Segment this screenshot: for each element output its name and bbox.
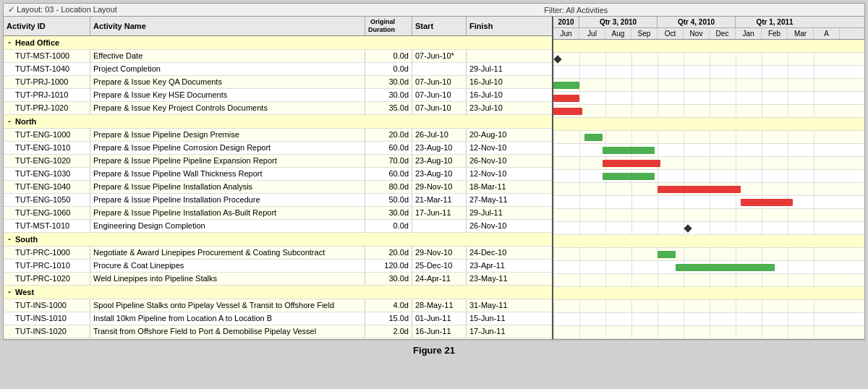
collapse-icon[interactable]: - (8, 234, 11, 244)
activity-dur: 4.0d (365, 299, 412, 312)
activity-finish: 27-May-11 (467, 194, 521, 206)
gantt-bar (658, 251, 676, 258)
activity-start: 28-May-11 (412, 299, 467, 312)
activity-start: 21-Mar-11 (412, 194, 467, 206)
activity-finish: 12-Nov-10 (467, 168, 521, 180)
activity-id: TUT-ENG-1030 (4, 168, 90, 180)
activity-dur: 50.0d (365, 194, 412, 206)
gantt-group-row (553, 287, 864, 300)
gantt-bar (553, 82, 579, 89)
col-header-name: Activity Name (90, 17, 365, 35)
activity-dur: 15.0d (365, 312, 412, 325)
gantt-month-jun: Jun (553, 28, 579, 39)
gantt-header: 2010 Qtr 3, 2010 Qtr 4, 2010 Qtr 1, 2011… (553, 17, 864, 40)
collapse-icon[interactable]: - (8, 116, 11, 127)
gantt-data-row (553, 183, 864, 196)
filter-label: Filter: All Activities (292, 6, 860, 14)
activity-dur: 60.0d (365, 168, 412, 180)
gantt-data-row (553, 79, 864, 92)
gantt-data-row (553, 300, 864, 313)
gantt-month-aug: Aug (605, 28, 631, 39)
activity-finish: 17-Jun-11 (467, 325, 521, 338)
activity-name: Prepare & Issue Pipeline Pipeline Expans… (90, 155, 365, 167)
top-bar: ✓ Layout: 03 - Location Layout Filter: A… (3, 3, 865, 17)
table-row: TUT-INS-1010 Install 10km Pipeline from … (4, 312, 552, 325)
gantt-data-row (553, 105, 864, 118)
table-row: TUT-MST-1040 Project Completion 0.0d 29-… (4, 63, 552, 76)
activity-name: Spool Pipeline Stalks onto Pipelay Vesse… (90, 299, 365, 312)
activity-id: TUT-INS-1010 (4, 312, 90, 325)
activity-start: 07-Jun-10* (412, 50, 467, 62)
gantt-data-row (553, 196, 864, 209)
group-row-south: - South (4, 233, 552, 247)
activity-name: Prepare & Issue Pipeline Wall Thickness … (90, 168, 365, 180)
gantt-bar (741, 199, 793, 206)
activity-start: 07-Jun-10 (412, 89, 467, 101)
gantt-month-mar: Mar (788, 28, 814, 39)
activity-id: TUT-ENG-1000 (4, 129, 90, 141)
milestone-diamond (684, 224, 692, 232)
activity-start: 17-Jun-11 (412, 207, 467, 219)
group-label: - North (4, 115, 552, 128)
gantt-qtr1-2011: Qtr 1, 2011 (736, 17, 814, 27)
activity-id: TUT-ENG-1040 (4, 181, 90, 193)
gantt-month-a: A (814, 28, 840, 39)
group-name: West (15, 288, 34, 296)
group-label: - West (4, 286, 552, 299)
activity-name: Engineering Design Completion (90, 220, 365, 232)
gantt-data-row (553, 222, 864, 235)
group-name: North (15, 117, 36, 126)
table-row: TUT-PRC-1020 Weld Linepipes into Pipelin… (4, 273, 552, 286)
activity-finish (467, 50, 521, 62)
activity-name: Negotiate & Award Linepipes Procurement … (90, 247, 365, 259)
table-row: TUT-MST-1010 Engineering Design Completi… (4, 220, 552, 233)
gantt-data-row (553, 92, 864, 105)
activity-id: TUT-MST-1000 (4, 50, 90, 62)
activity-id: TUT-MST-1010 (4, 220, 90, 232)
activity-name: Install 10km Pipeline from Location A to… (90, 312, 365, 325)
activity-name: Prepare & Issue Key Project Controls Doc… (90, 102, 365, 114)
activity-finish: 23-Apr-11 (467, 260, 521, 272)
layout-label: ✓ Layout: 03 - Location Layout (8, 5, 292, 14)
gantt-data-row (553, 248, 864, 261)
gantt-qtr3: Qtr 3, 2010 (579, 17, 658, 27)
table-header: Activity ID Activity Name Original Durat… (4, 17, 552, 36)
collapse-icon[interactable]: - (8, 287, 11, 297)
collapse-icon[interactable]: - (8, 38, 11, 48)
activity-finish: 23-May-11 (467, 273, 521, 285)
activity-finish: 12-Nov-10 (467, 142, 521, 154)
activity-id: TUT-PRC-1000 (4, 247, 90, 259)
activity-finish: 31-May-11 (467, 299, 521, 312)
group-label: - Head Office (4, 36, 552, 49)
group-row-west: - West (4, 286, 552, 299)
activity-id: TUT-PRC-1010 (4, 260, 90, 272)
activity-name: Prepare & Issue Pipeline Corrosion Desig… (90, 142, 365, 154)
activity-dur: 80.0d (365, 181, 412, 193)
activity-dur: 20.0d (365, 247, 412, 259)
table-row: TUT-PRJ-1010 Prepare & Issue Key HSE Doc… (4, 89, 552, 102)
gantt-month-feb: Feb (762, 28, 788, 39)
gantt-data-row (553, 261, 864, 274)
gantt-data-row (553, 274, 864, 287)
activity-finish: 26-Nov-10 (467, 155, 521, 167)
activity-start: 29-Nov-10 (412, 247, 467, 259)
activity-dur: 30.0d (365, 89, 412, 101)
figure-caption: Figure 21 (3, 340, 865, 360)
gantt-months-row: JunJulAugSepOctNovDecJanFebMarA (553, 28, 864, 39)
activity-name: Project Completion (90, 63, 365, 75)
activity-finish: 29-Jul-11 (467, 207, 521, 219)
table-row: TUT-ENG-1020 Prepare & Issue Pipeline Pi… (4, 155, 552, 168)
activity-id: TUT-PRJ-1010 (4, 89, 90, 101)
gantt-bar (676, 264, 775, 271)
group-row-north: - North (4, 115, 552, 129)
table-row: TUT-MST-1000 Effective Date 0.0d 07-Jun-… (4, 50, 552, 63)
activity-start: 07-Jun-10 (412, 102, 467, 114)
activity-id: TUT-INS-1000 (4, 299, 90, 312)
activity-finish: 24-Dec-10 (467, 247, 521, 259)
gantt-bar (603, 147, 655, 154)
col-header-finish: Finish (467, 17, 521, 35)
activity-id: TUT-ENG-1010 (4, 142, 90, 154)
table-row: TUT-PRC-1010 Procure & Coat Linepipes 12… (4, 260, 552, 273)
col-header-id: Activity ID (4, 17, 90, 35)
activity-start: 26-Jul-10 (412, 129, 467, 141)
